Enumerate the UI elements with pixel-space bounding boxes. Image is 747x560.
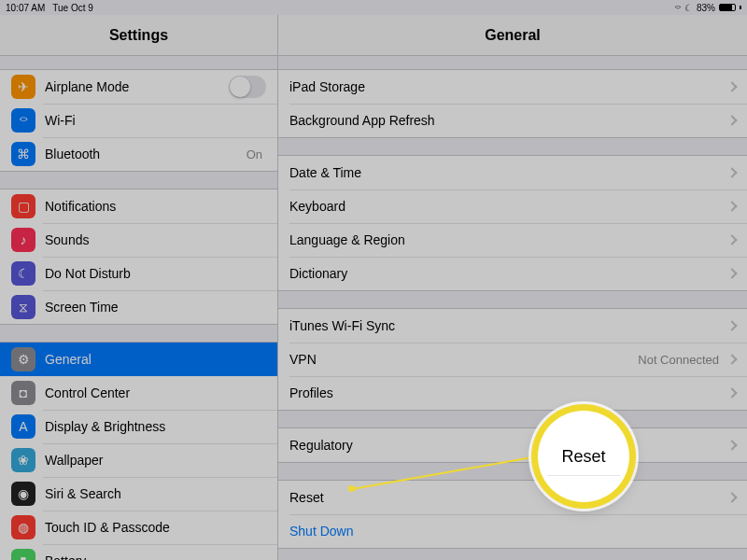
sidebar-item-do-not-disturb[interactable]: ☾Do Not Disturb <box>0 257 277 290</box>
row-label: iTunes Wi-Fi Sync <box>289 318 723 333</box>
general-icon: ⚙ <box>11 347 35 371</box>
detail-item-vpn[interactable]: VPNNot Connected <box>278 343 747 376</box>
detail-pane: General iPad StorageBackground App Refre… <box>278 15 747 560</box>
chevron-right-icon <box>726 387 737 398</box>
status-time: 10:07 AM <box>6 3 45 13</box>
row-label: VPN <box>289 352 638 367</box>
control-center-icon: ◘ <box>11 381 35 405</box>
chevron-right-icon <box>726 268 737 278</box>
battery-icon: ▮ <box>11 549 35 560</box>
chevron-right-icon <box>726 234 737 245</box>
battery-pct: 83% <box>697 3 715 13</box>
airplane-mode-icon: ✈ <box>11 75 35 99</box>
detail-header: General <box>278 15 747 56</box>
sidebar-item-touch-id-passcode[interactable]: ◍Touch ID & Passcode <box>0 511 277 544</box>
detail-item-background-app-refresh[interactable]: Background App Refresh <box>278 104 747 137</box>
chevron-right-icon <box>726 440 737 450</box>
row-value: On <box>247 147 262 161</box>
row-label: Date & Time <box>289 165 723 180</box>
row-label: Touch ID & Passcode <box>45 520 266 535</box>
row-label: iPad Storage <box>289 79 723 94</box>
row-label: Battery <box>45 553 266 560</box>
sounds-icon: ♪ <box>11 228 35 252</box>
chevron-right-icon <box>726 320 737 330</box>
sidebar-header: Settings <box>0 15 277 56</box>
chevron-right-icon <box>726 354 737 364</box>
wallpaper-icon: ❀ <box>11 448 35 472</box>
detail-item-ipad-storage[interactable]: iPad Storage <box>278 70 747 104</box>
sidebar-item-screen-time[interactable]: ⧖Screen Time <box>0 290 277 324</box>
detail-item-itunes-wi-fi-sync[interactable]: iTunes Wi-Fi Sync <box>278 309 747 343</box>
airplane-mode-toggle[interactable] <box>229 76 266 98</box>
row-label: Display & Brightness <box>45 419 266 434</box>
settings-sidebar: Settings ✈Airplane Mode⌔Wi-Fi⌘BluetoothO… <box>0 15 278 560</box>
row-label: Control Center <box>45 385 266 400</box>
detail-item-keyboard[interactable]: Keyboard <box>278 189 747 223</box>
row-label: Bluetooth <box>45 147 247 161</box>
chevron-right-icon <box>726 167 737 177</box>
detail-item-date-time[interactable]: Date & Time <box>278 156 747 189</box>
siri-search-icon: ◉ <box>11 482 35 506</box>
sidebar-item-wi-fi[interactable]: ⌔Wi-Fi <box>0 104 277 137</box>
row-label: Dictionary <box>289 266 723 281</box>
sidebar-item-display-brightness[interactable]: ADisplay & Brightness <box>0 410 277 443</box>
row-label: General <box>45 352 266 367</box>
touch-id-passcode-icon: ◍ <box>11 515 35 539</box>
detail-item-language-region[interactable]: Language & Region <box>278 223 747 257</box>
sidebar-item-battery[interactable]: ▮Battery <box>0 544 277 560</box>
row-label: Reset <box>289 490 723 505</box>
row-label: Background App Refresh <box>289 113 723 128</box>
sidebar-item-airplane-mode[interactable]: ✈Airplane Mode <box>0 70 277 104</box>
detail-item-dictionary[interactable]: Dictionary <box>278 257 747 290</box>
wifi-icon: ⌔ <box>675 3 681 13</box>
chevron-right-icon <box>726 81 737 91</box>
battery-icon <box>719 4 736 11</box>
display-brightness-icon: A <box>11 414 35 439</box>
sidebar-item-sounds[interactable]: ♪Sounds <box>0 223 277 257</box>
row-label: Airplane Mode <box>45 79 229 94</box>
wi-fi-icon: ⌔ <box>11 108 35 133</box>
sidebar-item-general[interactable]: ⚙General <box>0 343 277 376</box>
sidebar-item-siri-search[interactable]: ◉Siri & Search <box>0 477 277 511</box>
detail-item-regulatory[interactable]: Regulatory <box>278 428 747 462</box>
status-bar: 10:07 AM Tue Oct 9 ⌔ ☾ 83% <box>0 0 747 15</box>
row-label: Language & Region <box>289 232 723 247</box>
callout-pointer-dot <box>348 485 355 492</box>
row-label: Do Not Disturb <box>45 266 266 281</box>
chevron-right-icon <box>726 115 737 125</box>
row-value: Not Connected <box>638 353 719 367</box>
notifications-icon: ▢ <box>11 194 35 218</box>
bluetooth-icon: ⌘ <box>11 142 35 166</box>
sidebar-item-wallpaper[interactable]: ❀Wallpaper <box>0 443 277 477</box>
detail-item-profiles[interactable]: Profiles <box>278 376 747 410</box>
row-label: Wi-Fi <box>45 113 266 128</box>
sidebar-title: Settings <box>109 27 168 44</box>
row-label: Profiles <box>289 385 723 400</box>
chevron-right-icon <box>726 492 737 502</box>
reset-callout: Reset <box>538 411 629 502</box>
detail-title: General <box>485 27 541 44</box>
row-label: Wallpaper <box>45 453 266 468</box>
row-label: Sounds <box>45 232 266 247</box>
row-label: Notifications <box>45 199 266 214</box>
row-label: Shut Down <box>289 524 736 539</box>
status-date: Tue Oct 9 <box>52 3 93 13</box>
sidebar-item-bluetooth[interactable]: ⌘BluetoothOn <box>0 137 277 171</box>
do-not-disturb-icon: ☾ <box>11 261 35 286</box>
row-label: Keyboard <box>289 199 723 214</box>
row-label: Screen Time <box>45 300 266 315</box>
sidebar-item-notifications[interactable]: ▢Notifications <box>0 189 277 223</box>
row-label: Regulatory <box>289 438 723 453</box>
callout-label: Reset <box>561 447 605 467</box>
row-label: Siri & Search <box>45 486 266 501</box>
dnd-icon: ☾ <box>684 3 693 13</box>
chevron-right-icon <box>726 201 737 211</box>
detail-item-shut-down[interactable]: Shut Down <box>278 514 747 548</box>
screen-time-icon: ⧖ <box>11 295 35 319</box>
sidebar-item-control-center[interactable]: ◘Control Center <box>0 376 277 410</box>
